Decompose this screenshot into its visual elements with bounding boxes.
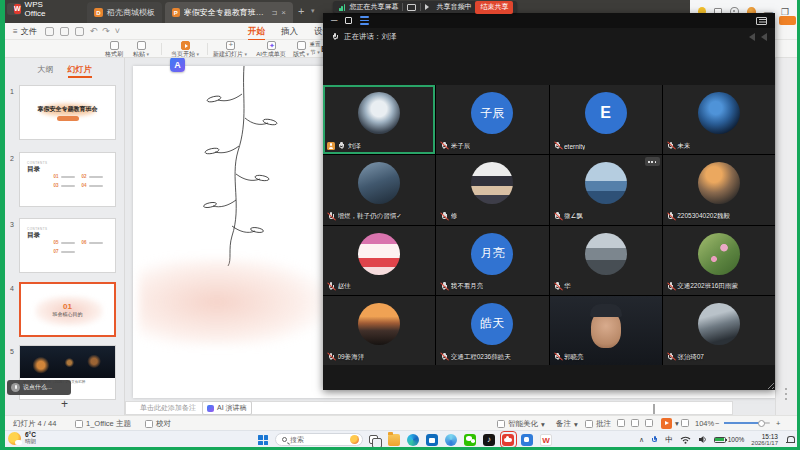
participant-tile-video[interactable]: 郭晓亮 bbox=[550, 296, 662, 365]
slideshow-button[interactable]: ▾ bbox=[661, 418, 679, 429]
participant-tile[interactable]: 刘泽 bbox=[323, 85, 435, 154]
tab-outline[interactable]: 大纲 bbox=[38, 64, 54, 78]
store-tab[interactable]: D 稻壳商城模板 bbox=[87, 2, 162, 23]
participant-tile[interactable]: 修 bbox=[436, 155, 548, 224]
slide-thumbnail-1[interactable]: 寒假安全专题教育班会 bbox=[19, 85, 116, 140]
task-view-button[interactable] bbox=[369, 435, 378, 444]
redo-icon[interactable]: ↷ bbox=[102, 26, 110, 36]
notes-placeholder[interactable]: 单击此处添加备注 bbox=[140, 403, 196, 413]
theme-button[interactable]: 1_Office 主题 bbox=[75, 419, 131, 429]
battery-indicator[interactable]: 100% bbox=[714, 436, 745, 443]
file-menu-button[interactable]: ≡ 文件 bbox=[5, 26, 45, 37]
tray-mic-icon[interactable] bbox=[651, 435, 658, 444]
notes-bar[interactable]: 单击此处添加备注 AI 演讲稿 bbox=[125, 401, 733, 415]
zoom-slider[interactable] bbox=[724, 422, 770, 424]
app-tab[interactable]: W WPS Office bbox=[7, 3, 21, 15]
participant-tile[interactable]: E eternity bbox=[550, 85, 662, 154]
microsoft-store-icon[interactable] bbox=[426, 434, 438, 446]
add-slide-button[interactable]: + bbox=[5, 397, 124, 411]
thumb5-photo bbox=[20, 346, 115, 378]
browser-app-icon[interactable] bbox=[445, 434, 457, 446]
ime-indicator[interactable]: 中 bbox=[665, 435, 673, 445]
view-switch-icon[interactable] bbox=[756, 17, 767, 25]
speaker-icon[interactable] bbox=[698, 435, 707, 444]
mic-muted-icon bbox=[440, 352, 448, 362]
notification-icon[interactable] bbox=[785, 435, 794, 444]
slide-sorter-button[interactable] bbox=[631, 419, 639, 427]
participant-tile[interactable]: 增煜，鞋子仍の習慣✓ bbox=[323, 155, 435, 224]
participant-tile[interactable]: 皓天 交通工程0236薛皓天 bbox=[436, 296, 548, 365]
tab-home[interactable]: 开始 bbox=[248, 26, 265, 38]
zoom-out-button[interactable]: − bbox=[715, 419, 719, 428]
close-tab-icon[interactable]: × bbox=[281, 8, 286, 17]
new-slide-button[interactable]: 新建幻灯片 bbox=[211, 41, 249, 58]
meeting-maximize-icon[interactable] bbox=[345, 17, 352, 24]
normal-view-button[interactable] bbox=[617, 419, 625, 427]
ai-speech-button[interactable]: AI 演讲稿 bbox=[202, 401, 252, 415]
participant-tile[interactable]: 09姜海洋 bbox=[323, 296, 435, 365]
edge-browser-icon[interactable] bbox=[407, 434, 419, 446]
messenger-app-icon[interactable] bbox=[521, 434, 533, 446]
document-tab[interactable]: P 寒假安全专题教育班会.pptx ⊐ × bbox=[165, 2, 293, 23]
save-icon[interactable] bbox=[45, 27, 54, 36]
gallery-arrows-icon[interactable] bbox=[745, 33, 767, 41]
participant-tile[interactable]: 月亮 我不看月亮 bbox=[436, 226, 548, 295]
participant-tile[interactable]: 未来 bbox=[663, 85, 775, 154]
pin-icon[interactable]: ⊐ bbox=[271, 9, 277, 17]
participant-tile[interactable]: 华 bbox=[550, 226, 662, 295]
proofing-button[interactable]: 校对 bbox=[145, 419, 171, 429]
notes-toggle-button[interactable]: 备注 ▾ bbox=[556, 419, 578, 429]
app-tab-label: WPS Office bbox=[25, 0, 46, 18]
participant-tile[interactable]: 交通2202班16田雨蒙 bbox=[663, 226, 775, 295]
tile-more-button[interactable] bbox=[645, 157, 660, 166]
participant-tile[interactable]: 张治琦07 bbox=[663, 296, 775, 365]
tab-insert[interactable]: 插入 bbox=[281, 26, 298, 38]
zoom-slider-handle[interactable] bbox=[758, 420, 765, 427]
window-resize-handle[interactable] bbox=[765, 380, 774, 389]
notes-splitter-handle[interactable] bbox=[653, 404, 655, 414]
end-share-button[interactable]: 结束共享 bbox=[475, 1, 513, 14]
format-painter-button[interactable]: 格式刷 bbox=[101, 41, 127, 58]
toolbar-dots-icon[interactable] bbox=[785, 388, 787, 400]
slide-thumbnail-3[interactable]: CONTENTS 目录 05 06 07 bbox=[19, 218, 116, 273]
restore-icon[interactable]: ❐ bbox=[781, 7, 789, 17]
wifi-icon[interactable] bbox=[680, 435, 691, 444]
play-from-current-button[interactable]: 当页开始 bbox=[167, 41, 203, 58]
tray-chevron-icon[interactable]: ∧ bbox=[639, 436, 644, 444]
wechat-icon[interactable] bbox=[464, 434, 476, 446]
media-app-icon[interactable]: ♪ bbox=[483, 434, 495, 446]
member-list-icon[interactable] bbox=[360, 16, 369, 24]
participant-tile[interactable]: 22053040202魏毅 bbox=[663, 155, 775, 224]
reading-view-button[interactable] bbox=[645, 419, 653, 427]
new-tab-button[interactable]: + bbox=[298, 5, 304, 17]
tab-list-caret-icon[interactable]: ▾ bbox=[311, 7, 315, 15]
print-icon[interactable] bbox=[60, 27, 69, 36]
clock[interactable]: 15:13 2026/1/17 bbox=[751, 433, 778, 447]
paste-button[interactable]: 粘贴 bbox=[129, 41, 153, 58]
toc-num: 04 bbox=[82, 183, 87, 188]
slide-thumbnail-4-selected[interactable]: 01 班会核心目的 bbox=[19, 282, 116, 337]
search-box[interactable]: 搜索 bbox=[275, 433, 363, 446]
promo-badge[interactable] bbox=[779, 16, 796, 25]
tab-slides[interactable]: 幻灯片 bbox=[68, 64, 92, 78]
weather-widget[interactable]: 6°C 晴朗 bbox=[8, 432, 36, 445]
comments-button[interactable]: 批注 bbox=[585, 419, 611, 429]
participant-tile[interactable]: 赵佳 bbox=[323, 226, 435, 295]
meeting-minimize-icon[interactable]: ─ bbox=[331, 16, 337, 25]
fit-slide-button[interactable] bbox=[681, 419, 689, 427]
participant-tile[interactable]: 子辰 米子辰 bbox=[436, 85, 548, 154]
start-button[interactable] bbox=[258, 435, 268, 445]
quickbar-more-icon[interactable]: ˅ bbox=[115, 26, 120, 36]
slide-thumbnail-2[interactable]: CONTENTS 目录 01 02 03 04 bbox=[19, 152, 116, 207]
meeting-app-icon-active[interactable] bbox=[502, 434, 514, 446]
wps-taskbar-icon[interactable]: W bbox=[540, 434, 552, 446]
undo-icon[interactable]: ↶ bbox=[90, 26, 98, 36]
share-screen-icon[interactable] bbox=[407, 4, 416, 11]
print-preview-icon[interactable] bbox=[75, 27, 84, 36]
file-explorer-icon[interactable] bbox=[388, 434, 400, 446]
smart-beautify-button[interactable]: 智能美化 ▾ bbox=[497, 419, 545, 429]
ai-generate-button[interactable]: AI生成单页 bbox=[251, 41, 291, 58]
participant-tile[interactable]: 微∠飘 bbox=[550, 155, 662, 224]
zoom-in-button[interactable]: + bbox=[776, 419, 780, 428]
ai-assistant-fab[interactable]: A bbox=[170, 57, 185, 72]
